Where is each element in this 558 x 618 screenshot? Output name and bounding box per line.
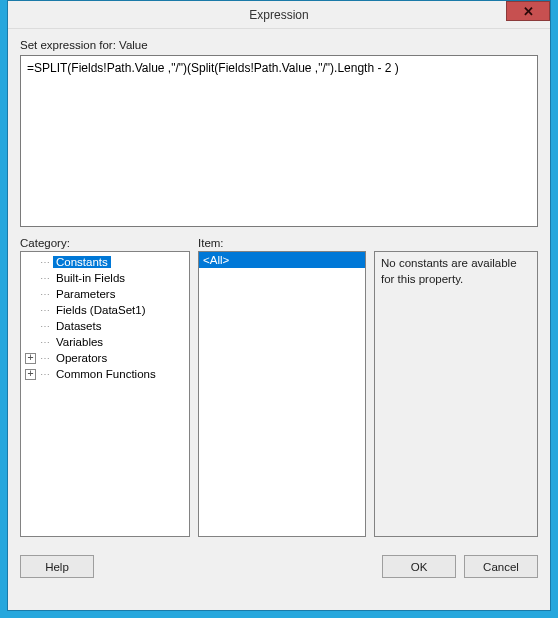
item-list[interactable]: <All> — [198, 251, 366, 537]
dialog-content: Set expression for: Value Category: Item… — [8, 29, 550, 610]
button-row: Help OK Cancel — [20, 555, 538, 578]
item-label: Item: — [198, 237, 374, 249]
expression-input[interactable] — [20, 55, 538, 227]
set-expression-label: Set expression for: Value — [20, 39, 538, 51]
tree-item[interactable]: ⋯Fields (DataSet1) — [21, 302, 189, 318]
category-tree[interactable]: ⋯Constants⋯Built-in Fields⋯Parameters⋯Fi… — [20, 251, 190, 537]
tree-connector-icon: ⋯ — [40, 353, 53, 364]
close-button[interactable]: ✕ — [506, 1, 550, 21]
expand-icon[interactable]: + — [25, 369, 36, 380]
panel-labels-row: Category: Item: — [20, 237, 538, 249]
description-panel: No constants are available for this prop… — [374, 251, 538, 537]
cancel-button[interactable]: Cancel — [464, 555, 538, 578]
tree-connector-icon: ⋯ — [40, 369, 53, 380]
category-label: Category: — [20, 237, 198, 249]
titlebar: Expression ✕ — [8, 1, 550, 29]
tree-item[interactable]: ⋯Variables — [21, 334, 189, 350]
tree-connector-icon: ⋯ — [40, 289, 53, 300]
tree-item-label: Parameters — [53, 288, 118, 300]
tree-connector-icon: ⋯ — [40, 257, 53, 268]
tree-item-label: Constants — [53, 256, 111, 268]
tree-connector-icon: ⋯ — [40, 337, 53, 348]
tree-item-label: Common Functions — [53, 368, 159, 380]
list-item[interactable]: <All> — [199, 252, 365, 268]
expand-icon[interactable]: + — [25, 353, 36, 364]
tree-item[interactable]: ⋯Parameters — [21, 286, 189, 302]
tree-item[interactable]: ⋯Built-in Fields — [21, 270, 189, 286]
tree-item-label: Fields (DataSet1) — [53, 304, 148, 316]
tree-connector-icon: ⋯ — [40, 273, 53, 284]
tree-item-label: Datasets — [53, 320, 104, 332]
help-button[interactable]: Help — [20, 555, 94, 578]
panels-row: ⋯Constants⋯Built-in Fields⋯Parameters⋯Fi… — [20, 251, 538, 537]
tree-item-label: Variables — [53, 336, 106, 348]
tree-item[interactable]: +⋯Operators — [21, 350, 189, 366]
tree-item[interactable]: +⋯Common Functions — [21, 366, 189, 382]
tree-item-label: Built-in Fields — [53, 272, 128, 284]
close-icon: ✕ — [523, 4, 534, 19]
tree-connector-icon: ⋯ — [40, 305, 53, 316]
ok-button[interactable]: OK — [382, 555, 456, 578]
window-title: Expression — [249, 8, 308, 22]
expression-dialog: Expression ✕ Set expression for: Value C… — [7, 0, 551, 611]
tree-item-label: Operators — [53, 352, 110, 364]
tree-item[interactable]: ⋯Datasets — [21, 318, 189, 334]
tree-item[interactable]: ⋯Constants — [21, 254, 189, 270]
tree-connector-icon: ⋯ — [40, 321, 53, 332]
